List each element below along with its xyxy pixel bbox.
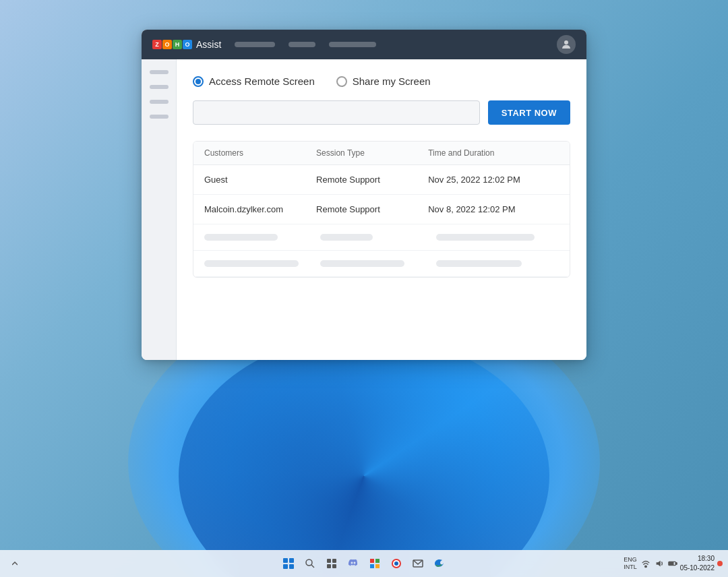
radio-access-remote[interactable]: Access Remote Screen: [193, 75, 315, 87]
skeleton-6: [436, 260, 522, 267]
svg-rect-19: [675, 563, 677, 565]
svg-rect-5: [327, 564, 331, 568]
input-row: START NOW: [193, 100, 570, 125]
svg-point-0: [564, 40, 568, 44]
sidebar: [142, 59, 177, 360]
session-input[interactable]: [193, 100, 480, 125]
skeleton-row-2: [193, 251, 570, 277]
svg-point-15: [645, 566, 647, 568]
user-avatar[interactable]: [557, 35, 576, 54]
table-row[interactable]: Guest Remote Support Nov 25, 2022 12:02 …: [193, 165, 570, 195]
taskbar-right: ENGINTL 18:30 05-10-2022: [624, 554, 723, 573]
language-indicator: ENGINTL: [624, 556, 637, 571]
svg-rect-8: [375, 559, 380, 563]
main-content: Access Remote Screen Share my Screen STA…: [177, 59, 586, 360]
task-view-icon[interactable]: [322, 554, 341, 573]
system-tray-arrow[interactable]: [5, 554, 24, 573]
logo-h: H: [173, 40, 182, 49]
system-tray: ENGINTL: [624, 556, 677, 571]
logo-z: Z: [152, 40, 162, 49]
svg-rect-9: [370, 564, 374, 568]
edge-icon[interactable]: [430, 554, 449, 573]
desktop: Z O H O Assist: [0, 0, 728, 577]
cell-time-1: Nov 25, 2022 12:02 PM: [428, 175, 559, 185]
radio-section: Access Remote Screen Share my Screen: [193, 75, 570, 87]
svg-rect-3: [327, 559, 331, 563]
skeleton-row-1: [193, 224, 570, 251]
logo-o1: O: [162, 40, 172, 49]
nav-placeholder-2[interactable]: [289, 42, 315, 47]
skeleton-2: [320, 234, 373, 241]
nav-items: [235, 42, 549, 47]
cell-session-type-1: Remote Support: [316, 175, 428, 185]
radio-access-remote-circle[interactable]: [193, 76, 204, 87]
chrome-icon[interactable]: [387, 554, 406, 573]
chat-app-icon[interactable]: [344, 554, 363, 573]
store-icon[interactable]: [365, 554, 384, 573]
skeleton-3: [436, 234, 535, 241]
cell-session-type-2: Remote Support: [316, 204, 428, 214]
volume-icon: [655, 559, 664, 568]
nav-placeholder-1[interactable]: [235, 42, 275, 47]
radio-access-remote-label: Access Remote Screen: [209, 75, 315, 87]
table-header: Customers Session Type Time and Duration: [193, 142, 570, 165]
svg-point-13: [394, 561, 398, 566]
radio-share-screen[interactable]: Share my Screen: [336, 75, 431, 87]
titlebar: Z O H O Assist: [142, 30, 586, 59]
svg-rect-4: [332, 559, 336, 563]
time-date: 18:30 05-10-2022: [680, 554, 715, 573]
cell-time-2: Nov 8, 2022 12:02 PM: [428, 204, 559, 214]
table-row[interactable]: Malcoin.dzylker.com Remote Support Nov 8…: [193, 195, 570, 224]
col-header-customers: Customers: [204, 148, 316, 158]
svg-rect-18: [669, 562, 673, 565]
app-body: Access Remote Screen Share my Screen STA…: [142, 59, 586, 360]
svg-rect-10: [375, 564, 380, 568]
start-now-button[interactable]: START NOW: [488, 100, 570, 125]
sidebar-item-4[interactable]: [150, 115, 169, 119]
notification-dot[interactable]: [717, 561, 723, 566]
sessions-table: Customers Session Type Time and Duration…: [193, 141, 570, 278]
skeleton-1: [204, 234, 278, 241]
svg-point-1: [306, 559, 312, 566]
start-button[interactable]: [279, 554, 298, 573]
zoho-logo: Z O H O: [152, 40, 192, 49]
svg-line-2: [311, 565, 314, 568]
col-header-time: Time and Duration: [428, 148, 559, 158]
nav-placeholder-3[interactable]: [329, 42, 376, 47]
date: 05-10-2022: [680, 564, 715, 573]
clock: 18:30: [680, 554, 715, 564]
app-title: Assist: [196, 39, 221, 50]
wifi-icon: [641, 559, 650, 568]
sidebar-item-1[interactable]: [150, 70, 169, 74]
skeleton-4: [204, 260, 299, 267]
logo-o2: O: [183, 40, 192, 49]
radio-share-screen-label: Share my Screen: [353, 75, 431, 87]
svg-rect-6: [332, 564, 336, 568]
cell-customer-2: Malcoin.dzylker.com: [204, 204, 316, 214]
windows-logo: [283, 558, 294, 569]
battery-icon: [668, 559, 677, 568]
sidebar-item-3[interactable]: [150, 100, 169, 104]
svg-marker-16: [656, 561, 660, 567]
cell-customer-1: Guest: [204, 175, 316, 185]
search-taskbar-icon[interactable]: [301, 554, 320, 573]
taskbar-center: [279, 554, 449, 573]
svg-rect-7: [370, 559, 374, 563]
mail-icon[interactable]: [408, 554, 427, 573]
taskbar: ENGINTL 18:30 05-10-2022: [0, 550, 728, 577]
col-header-session-type: Session Type: [316, 148, 428, 158]
radio-share-screen-circle[interactable]: [336, 76, 347, 87]
skeleton-5: [320, 260, 404, 267]
sidebar-item-2[interactable]: [150, 85, 169, 89]
logo-container: Z O H O Assist: [152, 39, 221, 50]
app-window: Z O H O Assist: [142, 30, 586, 360]
